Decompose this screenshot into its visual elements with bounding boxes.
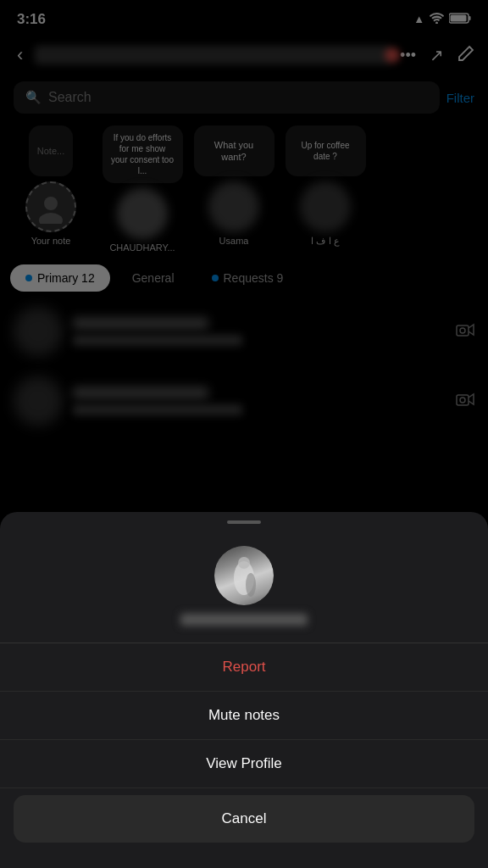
report-option[interactable]: Report [0,643,488,692]
svg-point-10 [238,557,250,569]
svg-point-11 [246,573,256,597]
sheet-avatar [214,546,274,605]
mute-notes-option[interactable]: Mute notes [0,692,488,740]
view-profile-option[interactable]: View Profile [0,740,488,788]
sheet-profile [0,537,488,643]
cancel-button[interactable]: Cancel [14,795,474,843]
bottom-sheet: Report Mute notes View Profile Cancel [0,512,488,868]
sheet-handle [227,520,261,524]
sheet-username [180,614,308,626]
